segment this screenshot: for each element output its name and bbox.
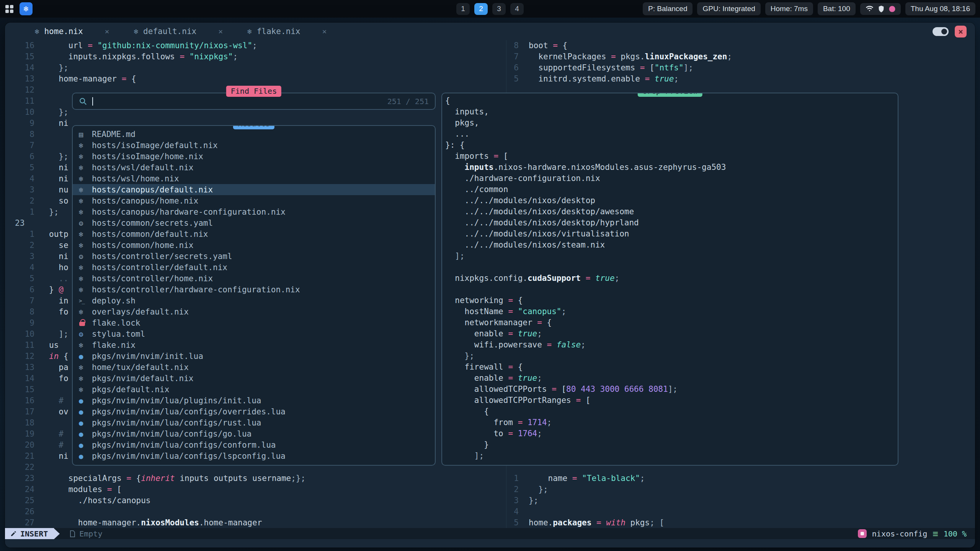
finder-result[interactable]: README.md: [73, 129, 435, 140]
finder-result[interactable]: pkgs/nvim/nvim/lua/configs/rust.lua: [73, 417, 435, 428]
code-line[interactable]: hostName = "canopus";: [445, 306, 898, 317]
workspace-button-1[interactable]: 1: [456, 3, 470, 15]
battery-module[interactable]: Bat: 100: [818, 2, 856, 15]
code-line[interactable]: ../common: [445, 184, 898, 195]
code-line[interactable]: enable = true;: [445, 373, 898, 384]
finder-result[interactable]: pkgs/nvim/nvim/init.lua: [73, 350, 435, 362]
finder-result[interactable]: pkgs/nvim/nvim/lua/configs/lspconfig.lua: [73, 450, 435, 461]
code-line[interactable]: }: {: [445, 140, 898, 151]
finder-result[interactable]: stylua.toml: [73, 328, 435, 339]
finder-result[interactable]: hosts/common/secrets.yaml: [73, 217, 435, 228]
gpu-module[interactable]: GPU: Integrated: [697, 2, 760, 15]
code-line[interactable]: 27 home-manager.nixosModules.home-manage…: [5, 517, 506, 528]
telescope-prompt[interactable]: Find Files 251 / 251: [72, 93, 436, 110]
code-line[interactable]: {: [445, 95, 898, 106]
window-toggle-icon[interactable]: [933, 27, 949, 36]
code-line[interactable]: 5home.packages = with pkgs; [: [500, 517, 975, 528]
code-line[interactable]: allowedTCPPorts = [80 443 3000 6666 8081…: [445, 384, 898, 395]
finder-result[interactable]: hosts/controller/home.nix: [73, 273, 435, 284]
tab-home-nix[interactable]: ❄ home.nix ×: [35, 27, 109, 36]
finder-result[interactable]: pkgs/default.nix: [73, 384, 435, 395]
code-line[interactable]: ];: [445, 251, 898, 262]
code-line[interactable]: networking = {: [445, 295, 898, 306]
code-line[interactable]: 4: [500, 506, 975, 517]
code-line[interactable]: 3};: [500, 495, 975, 506]
finder-result[interactable]: home/tux/default.nix: [73, 362, 435, 373]
finder-result[interactable]: hosts/canopus/home.nix: [73, 195, 435, 206]
power-profile-module[interactable]: P: Balanced: [643, 2, 693, 15]
ping-module[interactable]: Home: 7ms: [765, 2, 813, 15]
code-line[interactable]: 6 supportedFilesystems = ["ntfs"];: [500, 62, 975, 73]
code-line[interactable]: allowedTCPPortRanges = [: [445, 395, 898, 406]
finder-result[interactable]: overlays/default.nix: [73, 306, 435, 317]
code-line[interactable]: 1 name = "Tela-black";: [500, 473, 975, 484]
code-line[interactable]: [445, 284, 898, 295]
code-line[interactable]: }: [445, 439, 898, 450]
code-line[interactable]: 26: [5, 506, 506, 517]
finder-result[interactable]: pkgs/nvim/nvim/lua/configs/go.lua: [73, 428, 435, 439]
finder-result[interactable]: hosts/isoImage/default.nix: [73, 140, 435, 151]
code-line[interactable]: 5 initrd.systemd.enable = true;: [500, 73, 975, 85]
finder-result[interactable]: hosts/common/home.nix: [73, 240, 435, 251]
code-line[interactable]: ./hardware-configuration.nix: [445, 173, 898, 184]
code-line[interactable]: inputs.nixos-hardware.nixosModules.asus-…: [445, 162, 898, 173]
code-line[interactable]: ...: [445, 129, 898, 140]
workspace-button-3[interactable]: 3: [492, 3, 506, 15]
finder-result[interactable]: pkgs/nvim/nvim/lua/plugins/init.lua: [73, 395, 435, 406]
finder-result[interactable]: hosts/wsl/default.nix: [73, 162, 435, 173]
finder-result[interactable]: pkgs/nvim/nvim/lua/configs/conform.lua: [73, 439, 435, 450]
finder-result[interactable]: hosts/canopus/default.nix: [73, 184, 435, 195]
code-line[interactable]: inputs,: [445, 106, 898, 117]
finder-result[interactable]: hosts/controller/hardware-configuration.…: [73, 284, 435, 295]
code-line[interactable]: enable = true;: [445, 328, 898, 339]
code-line[interactable]: nixpkgs.config.cudaSupport = true;: [445, 273, 898, 284]
code-line[interactable]: 13 home-manager = {: [5, 73, 506, 85]
code-line[interactable]: imports = [: [445, 151, 898, 162]
code-line[interactable]: 23 specialArgs = {inherit inputs outputs…: [5, 473, 506, 484]
code-line[interactable]: ../../modules/nixos/steam.nix: [445, 240, 898, 251]
finder-result[interactable]: pkgs/nvim/default.nix: [73, 373, 435, 384]
code-line[interactable]: 8boot = {: [500, 40, 975, 51]
nix-logo-icon[interactable]: ❄: [20, 2, 33, 15]
tab-flake-nix[interactable]: ❄ flake.nix ×: [247, 27, 327, 36]
code-line[interactable]: pkgs,: [445, 117, 898, 129]
tab-default-nix[interactable]: ❄ default.nix ×: [134, 27, 223, 36]
code-line[interactable]: ../../modules/nixos/desktop: [445, 195, 898, 206]
code-line[interactable]: 16 url = "github:nix-community/nixos-wsl…: [5, 40, 506, 51]
code-line[interactable]: 15 inputs.nixpkgs.follows = "nixpkgs";: [5, 51, 506, 62]
code-line[interactable]: ../../modules/nixos/desktop/awesome: [445, 206, 898, 217]
workspace-button-4[interactable]: 4: [510, 3, 524, 15]
finder-result[interactable]: pkgs/nvim/nvim/lua/configs/overrides.lua: [73, 406, 435, 417]
code-line[interactable]: 25 ./hosts/canopus: [5, 495, 506, 506]
app-grid-icon[interactable]: [5, 5, 13, 13]
tab-close-icon[interactable]: ×: [218, 27, 223, 36]
tab-close-icon[interactable]: ×: [322, 27, 327, 36]
code-line[interactable]: [445, 262, 898, 273]
code-line[interactable]: networkmanager = {: [445, 317, 898, 328]
tab-close-icon[interactable]: ×: [105, 27, 109, 36]
finder-result[interactable]: deploy.sh: [73, 295, 435, 306]
finder-result[interactable]: hosts/controller/secrets.yaml: [73, 251, 435, 262]
code-line[interactable]: ];: [445, 450, 898, 461]
code-line[interactable]: 14 };: [5, 62, 506, 73]
code-line[interactable]: ../../modules/nixos/desktop/hyprland: [445, 217, 898, 228]
code-line[interactable]: };: [445, 350, 898, 362]
system-tray[interactable]: [860, 3, 901, 15]
window-close-button[interactable]: ×: [955, 26, 967, 37]
finder-result[interactable]: hosts/wsl/home.nix: [73, 173, 435, 184]
finder-result[interactable]: flake.nix: [73, 339, 435, 350]
code-line[interactable]: from = 1714;: [445, 417, 898, 428]
finder-result[interactable]: flake.lock: [73, 317, 435, 328]
finder-result[interactable]: hosts/canopus/hardware-configuration.nix: [73, 206, 435, 217]
finder-result[interactable]: hosts/common/default.nix: [73, 228, 435, 240]
finder-result[interactable]: hosts/controller/default.nix: [73, 262, 435, 273]
code-line[interactable]: firewall = {: [445, 362, 898, 373]
code-line[interactable]: {: [445, 406, 898, 417]
code-line[interactable]: wifi.powersave = false;: [445, 339, 898, 350]
code-line[interactable]: 7 kernelPackages = pkgs.linuxPackages_ze…: [500, 51, 975, 62]
code-line[interactable]: 24 modules = [: [5, 484, 506, 495]
finder-result[interactable]: hosts/isoImage/home.nix: [73, 151, 435, 162]
code-line[interactable]: to = 1764;: [445, 428, 898, 439]
clock[interactable]: Thu Aug 08, 18:16: [905, 2, 975, 15]
code-line[interactable]: 2 };: [500, 484, 975, 495]
